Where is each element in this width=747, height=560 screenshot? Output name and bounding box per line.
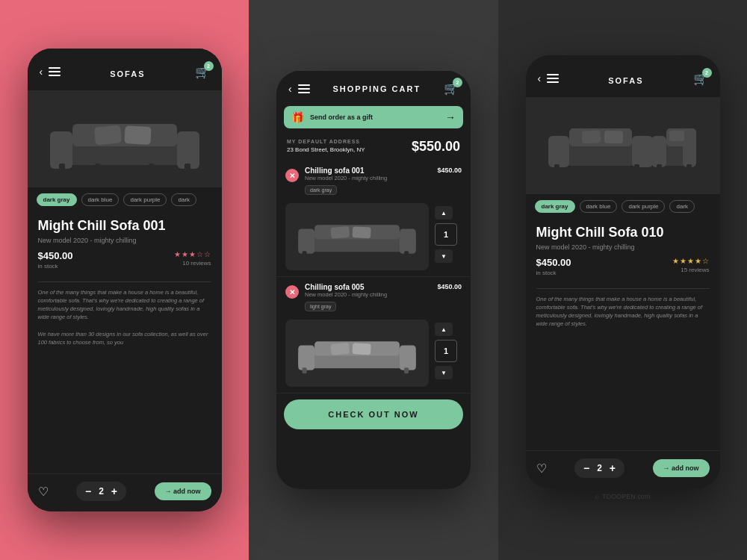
color-tag-dark[interactable]: dark: [171, 193, 196, 206]
right-qty-value: 2: [597, 463, 602, 473]
review-count: 10 reviews: [182, 260, 211, 267]
right-cart-button[interactable]: 🛒 2: [693, 72, 708, 86]
svg-rect-17: [404, 251, 409, 257]
right-quantity-control[interactable]: − 2 +: [574, 458, 624, 478]
qty-up-1[interactable]: ▲: [435, 206, 453, 220]
qty-minus[interactable]: −: [85, 485, 91, 497]
right-cart-badge: 2: [702, 68, 712, 78]
svg-rect-22: [330, 343, 350, 355]
right-product-price: $450.00: [536, 257, 571, 268]
svg-rect-34: [581, 130, 601, 143]
right-add-now-button[interactable]: → add now: [653, 459, 710, 477]
svg-rect-12: [400, 229, 416, 254]
menu-icon[interactable]: [49, 67, 61, 76]
right-color-tag-darkpurple[interactable]: dark purple: [622, 200, 665, 213]
cart-item-price-2: $450.00: [437, 283, 462, 291]
right-page-title: SOFAS: [596, 66, 655, 91]
wishlist-icon[interactable]: ♡: [38, 485, 49, 499]
cart-item-image-1: [285, 203, 429, 270]
cart-menu-icon[interactable]: [298, 84, 310, 93]
cart-header-left: ‹: [288, 83, 310, 95]
product-image: [28, 90, 222, 187]
svg-rect-7: [185, 164, 190, 172]
svg-rect-5: [124, 125, 151, 145]
checkout-button[interactable]: CHECK OUT NOW: [284, 399, 463, 429]
back-arrow-icon[interactable]: ‹: [40, 66, 43, 78]
product-subtitle: New model 2020 - mighty chilling: [38, 237, 211, 244]
svg-rect-23: [352, 343, 371, 355]
right-ratings-group: ★★★★☆ 15 reviews: [672, 257, 710, 273]
right-qty-minus[interactable]: −: [583, 462, 589, 474]
color-options: dark gray dark blue dark purple dark: [28, 187, 222, 212]
stock-status: in stock: [38, 263, 73, 270]
svg-rect-4: [94, 125, 122, 145]
gift-text: Send order as a gift: [310, 113, 373, 121]
cart-item-info-1: Chilling sofa 001 $450.00 New model 2020…: [305, 167, 462, 195]
right-wishlist-icon[interactable]: ♡: [536, 461, 547, 476]
qty-plus[interactable]: +: [111, 485, 117, 497]
center-panel: ‹ SHOPPING CART 🛒 2 🎁 Send order as a gi…: [249, 0, 498, 560]
product-price: $450.00: [38, 250, 73, 261]
right-back-arrow[interactable]: ‹: [538, 72, 542, 84]
quantity-control[interactable]: − 2 +: [76, 482, 126, 501]
right-color-tag-dark[interactable]: dark: [669, 200, 695, 213]
cart-item-desc-1: New model 2020 - mighty chilling: [305, 175, 462, 181]
right-product-image: [526, 97, 720, 194]
remove-item-2-button[interactable]: ✕: [285, 285, 299, 299]
star-rating: ★★★☆☆: [174, 250, 211, 258]
cart-item-1: ✕ Chilling sofa 001 $450.00 New model 20…: [276, 161, 471, 277]
right-bottom-bar: ♡ − 2 + → add now: [526, 450, 720, 488]
cart-item-2: ✕ Chilling sofa 005 $450.00 New model 20…: [276, 277, 471, 393]
address-info: MY DEFAULT ADDRESS 23 Bond Street, Brook…: [287, 139, 365, 153]
right-star-rating: ★★★★☆: [672, 257, 710, 265]
svg-rect-35: [604, 131, 623, 144]
qty-value: 2: [99, 486, 104, 497]
watermark: ⌂ TOOOPEN.com: [589, 488, 657, 505]
cart-badge: 2: [453, 78, 462, 87]
cart-item-top-1: ✕ Chilling sofa 001 $450.00 New model 20…: [285, 167, 462, 195]
qty-value-1: 1: [435, 223, 457, 246]
cart-title: SHOPPING CART: [332, 84, 421, 93]
qty-arrows-2: ▲ 1 ▼: [435, 315, 462, 387]
svg-rect-40: [686, 164, 692, 172]
svg-rect-19: [298, 346, 314, 370]
cart-button[interactable]: 🛒 2: [195, 65, 210, 79]
right-color-tag-darkgray[interactable]: dark gray: [535, 200, 575, 213]
price-row: $450.00 in stock ★★★☆☆ 10 reviews: [38, 250, 211, 270]
divider: [38, 281, 211, 282]
color-tag-darkpurple[interactable]: dark purple: [123, 193, 167, 206]
qty-down-2[interactable]: ▼: [435, 366, 453, 379]
cart-back-arrow[interactable]: ‹: [288, 83, 292, 95]
cart-header: ‹ SHOPPING CART 🛒 2: [276, 71, 471, 102]
svg-rect-15: [352, 226, 371, 238]
product-description: One of the many things that make a house…: [28, 288, 222, 347]
gift-banner[interactable]: 🎁 Send order as a gift →: [284, 106, 463, 128]
qty-up-2[interactable]: ▲: [435, 323, 453, 336]
color-tag-darkgray[interactable]: dark gray: [37, 193, 77, 206]
cart-item-top-2: ✕ Chilling sofa 005 $450.00 New model 20…: [285, 283, 462, 311]
right-color-options: dark gray dark blue dark purple dark: [526, 194, 720, 219]
right-header-left: ‹: [538, 72, 560, 84]
left-phone-header: ‹ SOFAS 🛒 2: [28, 49, 222, 90]
price-group: $450.00 in stock: [38, 250, 73, 270]
right-review-count: 15 reviews: [681, 267, 709, 273]
qty-value-2: 1: [435, 340, 457, 362]
cart-item-desc-2: New model 2020 - mighty chilling: [305, 291, 462, 298]
gift-banner-left: 🎁 Send order as a gift: [291, 111, 373, 123]
color-tag-darkblue[interactable]: dark blue: [81, 193, 120, 206]
remove-item-1-button[interactable]: ✕: [285, 169, 299, 182]
add-now-button[interactable]: → add now: [155, 482, 211, 500]
address-label: MY DEFAULT ADDRESS: [287, 139, 365, 144]
qty-down-1[interactable]: ▼: [435, 249, 453, 263]
svg-rect-24: [303, 367, 307, 373]
watermark-icon: ⌂: [595, 493, 599, 500]
right-price-group: $450.00 in stock: [536, 257, 571, 276]
right-qty-plus[interactable]: +: [610, 462, 616, 474]
cart-item-color-1: dark gray: [305, 185, 337, 195]
cart-item-name-2: Chilling sofa 005: [305, 283, 364, 291]
cart-icon-button[interactable]: 🛒 2: [444, 81, 459, 96]
right-color-tag-darkblue[interactable]: dark blue: [580, 200, 618, 213]
svg-rect-6: [59, 164, 65, 172]
right-menu-icon[interactable]: [547, 74, 559, 83]
ratings-group: ★★★☆☆ 10 reviews: [174, 250, 211, 267]
